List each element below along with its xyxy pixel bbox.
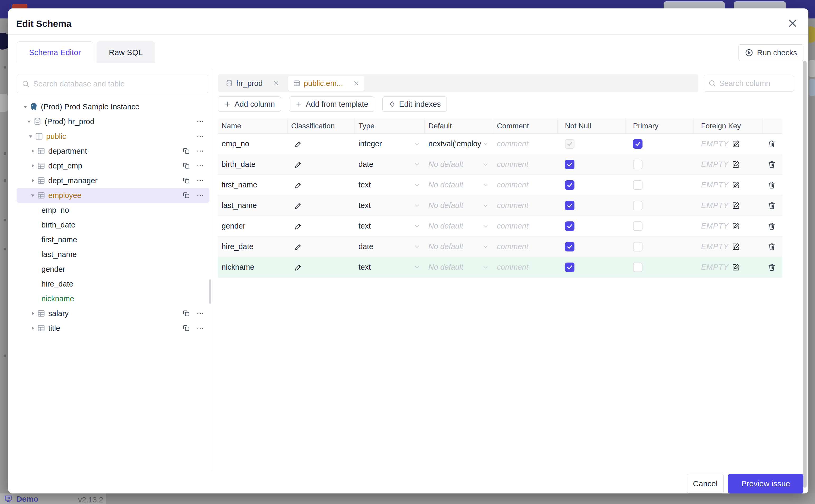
comment-input[interactable]: comment: [493, 134, 558, 154]
add-column-button[interactable]: Add column: [218, 96, 281, 112]
delete-column-icon[interactable]: [768, 263, 776, 272]
checkbox[interactable]: [633, 180, 643, 190]
classification-edit-icon[interactable]: [294, 140, 302, 148]
classification-edit-icon[interactable]: [294, 263, 302, 271]
tree-column-emp_no[interactable]: emp_no: [17, 203, 209, 217]
comment-input[interactable]: comment: [493, 216, 558, 236]
comment-input[interactable]: comment: [493, 175, 558, 195]
default-select[interactable]: No default: [425, 257, 493, 277]
copy-icon[interactable]: [182, 309, 190, 317]
foreign-key-edit-icon[interactable]: [732, 201, 740, 210]
foreign-key-edit-icon[interactable]: [732, 181, 740, 189]
preview-issue-button[interactable]: Preview issue: [728, 474, 803, 493]
sidebar-scrollbar[interactable]: [209, 279, 211, 304]
checkbox-checked[interactable]: [565, 242, 575, 251]
tree-column-last_name[interactable]: last_name: [17, 247, 209, 262]
type-select[interactable]: date: [355, 154, 425, 175]
foreign-key-edit-icon[interactable]: [732, 160, 740, 168]
tree-item-title[interactable]: title: [17, 321, 209, 336]
type-select[interactable]: text: [355, 175, 425, 195]
type-select[interactable]: text: [355, 216, 425, 236]
foreign-key-edit-icon[interactable]: [732, 243, 740, 251]
editor-tab-public-em-[interactable]: public.em...: [288, 76, 364, 91]
delete-column-icon[interactable]: [768, 201, 776, 210]
tree-item--prod-hr_prod[interactable]: (Prod) hr_prod: [17, 114, 209, 129]
tree-item-department[interactable]: department: [17, 144, 209, 158]
checkbox-checked[interactable]: [565, 160, 575, 169]
classification-edit-icon[interactable]: [294, 202, 302, 210]
foreign-key-edit-icon[interactable]: [732, 263, 740, 271]
panel-divider[interactable]: [211, 68, 211, 472]
column-name[interactable]: nickname: [218, 257, 287, 277]
default-select[interactable]: No default: [425, 154, 493, 175]
editor-tab-hr_prod[interactable]: hr_prod: [220, 76, 284, 91]
demo-link[interactable]: Demo: [4, 495, 38, 503]
cancel-button[interactable]: Cancel: [687, 474, 724, 493]
more-icon[interactable]: [196, 118, 204, 125]
column-name[interactable]: emp_no: [218, 134, 287, 154]
default-select[interactable]: No default: [425, 216, 493, 236]
tree-column-first_name[interactable]: first_name: [17, 232, 209, 247]
copy-icon[interactable]: [182, 177, 190, 185]
checkbox[interactable]: [633, 221, 643, 231]
checkbox-checked[interactable]: [565, 221, 575, 231]
run-checks-button[interactable]: Run checks: [739, 44, 803, 61]
comment-input[interactable]: comment: [493, 236, 558, 257]
comment-input[interactable]: comment: [493, 257, 558, 277]
checkbox-checked[interactable]: [565, 180, 575, 190]
tree-column-hire_date[interactable]: hire_date: [17, 277, 209, 291]
more-icon[interactable]: [196, 147, 204, 155]
tree-item-dept_manager[interactable]: dept_manager: [17, 173, 209, 188]
checkbox[interactable]: [633, 160, 643, 169]
tree-column-nickname[interactable]: nickname: [17, 291, 209, 306]
tab-raw-sql[interactable]: Raw SQL: [96, 41, 155, 63]
column-search-input[interactable]: [719, 79, 789, 88]
default-select[interactable]: nextval('employ: [425, 134, 493, 154]
default-select[interactable]: No default: [425, 175, 493, 195]
tree-column-birth_date[interactable]: birth_date: [17, 217, 209, 232]
copy-icon[interactable]: [182, 324, 190, 332]
checkbox-checked[interactable]: [633, 139, 643, 149]
type-select[interactable]: integer: [355, 134, 425, 154]
delete-column-icon[interactable]: [768, 222, 776, 230]
more-icon[interactable]: [196, 162, 204, 170]
column-name[interactable]: hire_date: [218, 236, 287, 257]
column-name[interactable]: first_name: [218, 175, 287, 195]
default-select[interactable]: No default: [425, 195, 493, 216]
classification-edit-icon[interactable]: [294, 161, 302, 168]
type-select[interactable]: date: [355, 236, 425, 257]
checkbox[interactable]: [633, 263, 643, 272]
delete-column-icon[interactable]: [768, 243, 776, 251]
comment-input[interactable]: comment: [493, 195, 558, 216]
close-icon[interactable]: [787, 18, 798, 28]
add-from-template-button[interactable]: Add from template: [289, 96, 374, 112]
comment-input[interactable]: comment: [493, 154, 558, 175]
column-name[interactable]: last_name: [218, 195, 287, 216]
type-select[interactable]: text: [355, 257, 425, 277]
delete-column-icon[interactable]: [768, 160, 776, 169]
edit-indexes-button[interactable]: Edit indexes: [382, 96, 447, 112]
delete-column-icon[interactable]: [768, 181, 776, 189]
checkbox-checked[interactable]: [565, 201, 575, 210]
column-name[interactable]: gender: [218, 216, 287, 236]
tree-item-salary[interactable]: salary: [17, 306, 209, 321]
classification-edit-icon[interactable]: [294, 181, 302, 189]
foreign-key-edit-icon[interactable]: [732, 140, 740, 148]
classification-edit-icon[interactable]: [294, 222, 302, 230]
tab-close-icon[interactable]: [273, 80, 279, 87]
tree-item--prod-prod-sample-instance[interactable]: (Prod) Prod Sample Instance: [17, 99, 209, 114]
copy-icon[interactable]: [182, 162, 190, 170]
tab-close-icon[interactable]: [353, 80, 360, 87]
more-icon[interactable]: [196, 324, 204, 332]
foreign-key-edit-icon[interactable]: [732, 222, 740, 230]
more-icon[interactable]: [196, 132, 204, 140]
more-icon[interactable]: [196, 191, 204, 199]
classification-edit-icon[interactable]: [294, 243, 302, 251]
copy-icon[interactable]: [182, 147, 190, 155]
default-select[interactable]: No default: [425, 236, 493, 257]
tree-item-dept_emp[interactable]: dept_emp: [17, 158, 209, 173]
delete-column-icon[interactable]: [768, 140, 776, 148]
more-icon[interactable]: [196, 177, 204, 185]
dialog-scrollbar[interactable]: [803, 61, 807, 488]
tree-column-gender[interactable]: gender: [17, 262, 209, 277]
